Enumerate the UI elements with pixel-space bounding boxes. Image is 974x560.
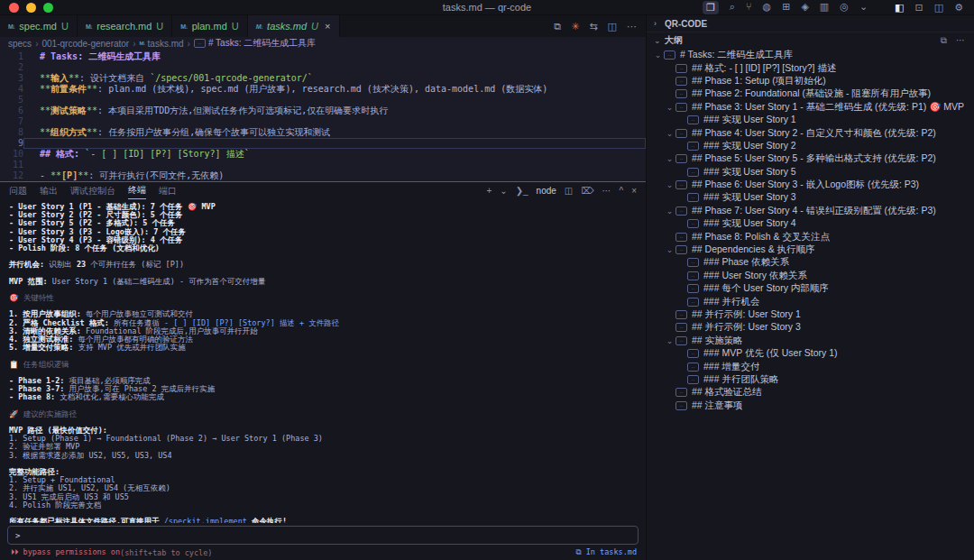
collapse-all-icon[interactable]: ⧉ [941,35,947,46]
gitlens-icon[interactable]: ◈ [801,1,808,14]
chevron-down-icon[interactable]: ⌄ [664,180,675,189]
outline-item[interactable]: ⌄··## Dependencies & 执行顺序 [647,243,974,256]
terminal-process[interactable]: ❯_ [516,186,528,196]
customize-layout-icon[interactable]: ⊡ [915,2,923,14]
chevron-down-icon[interactable]: ⌄ [664,103,675,112]
panel-tab-端口[interactable]: 端口 [159,182,177,199]
outline-header-actions: ⧉⋯ [941,35,974,46]
outline-item[interactable]: ··### 实现 User Story 2 [647,140,974,152]
terminal-process-label[interactable]: node [537,186,556,196]
kill-terminal-icon[interactable]: ⌦ [581,186,593,196]
terminal-output[interactable]: - User Story 1 (P1 - 基础生成): 7 个任务 🎯 MVP-… [0,199,646,523]
outline-item[interactable]: ··### Phase 依赖关系 [647,256,974,269]
explorer-icon[interactable]: ❐ [703,1,719,14]
panel-tab-调试控制台[interactable]: 调试控制台 [70,182,115,199]
outline-item[interactable]: ··## Phase 1: Setup (项目初始化) [647,75,974,87]
graph-icon[interactable]: ▥ [820,1,829,14]
outline-item[interactable]: ··### 实现 User Story 5 [647,166,974,179]
outline-item[interactable]: ··## 格式验证总结 [647,386,974,399]
chevron-down-icon[interactable]: ⌄ [664,154,675,163]
outline-item[interactable]: ··## 并行示例: User Story 3 [647,321,974,334]
extensions-icon[interactable]: ⊞ [782,1,790,14]
live-share-icon[interactable]: ◎ [840,1,849,14]
panel-tab-输出[interactable]: 输出 [40,182,58,199]
tab-research.md[interactable]: M↓research.mdU [78,15,172,37]
outline-item[interactable]: ··## 注意事项 [647,399,974,412]
terminal-more-icon[interactable]: ⋯ [602,186,611,196]
open-preview-icon[interactable]: ⧉ [554,21,561,32]
outline-title: 大纲 [665,34,683,47]
panel-tab-问题[interactable]: 问题 [9,182,27,199]
outline-item[interactable]: ··## 格式: - [ ] [ID] [P?] [Story?] 描述 [647,61,974,74]
chevron-down-icon[interactable]: ⌄ [664,207,675,216]
search-icon[interactable]: ⌕ [730,1,735,14]
outline-item[interactable]: ··## Phase 2: Foundational (基础设施 - 阻塞所有用… [647,87,974,100]
more-actions-icon[interactable]: ⋯ [627,21,637,32]
terminal-line: 1. Setup (Phase 1) → Foundational (Phase… [9,435,646,443]
panel-tab-终端[interactable]: 终端 [128,182,146,199]
tab-spec.md[interactable]: M↓spec.mdU [0,15,78,37]
outline-more-icon[interactable]: ⋯ [956,35,965,46]
symbol-string-icon: ·· [675,64,687,73]
project-section-header[interactable]: › QR-CODE [647,15,974,32]
open-changes-icon[interactable]: ⇆ [589,21,597,32]
layout-panel-icon[interactable]: ◧ [895,2,904,14]
symbol-string-icon: ·· [687,258,699,267]
tab-plan.md[interactable]: M↓plan.mdU [172,15,247,37]
close-panel-icon[interactable]: × [631,186,637,196]
outline-item[interactable]: ⌄··# Tasks: 二维码生成工具库 [647,49,974,61]
outline-item[interactable]: ··### 实现 User Story 4 [647,217,974,230]
breadcrumb-item[interactable]: M↓tasks.md [140,39,184,49]
outline-item[interactable]: ··### 每个 User Story 内部顺序 [647,282,974,295]
outline-item[interactable]: ··### 实现 User Story 1 [647,114,974,126]
symbol-string-icon: ·· [675,323,687,332]
breadcrumb-item[interactable]: specs [8,39,32,49]
breadcrumb-item[interactable]: 001-qrcode-generator [41,39,129,49]
outline-item[interactable]: ··### 增量交付 [647,360,974,372]
outline-item[interactable]: ··### 实现 User Story 3 [647,191,974,204]
terminal-prompt-input[interactable]: > [7,526,639,545]
outline-item[interactable]: ⌄··## Phase 7: User Story 4 - 错误纠正级别配置 (… [647,205,974,217]
outline-item[interactable]: ··### User Story 依赖关系 [647,270,974,282]
chevron-down-icon[interactable]: ⌄ [664,245,675,254]
outline-item[interactable]: ··### MVP 优先 (仅 User Story 1) [647,347,974,360]
outline-item[interactable]: ⌄··## 实施策略 [647,335,974,347]
split-terminal-icon[interactable]: ◫ [565,186,573,196]
minimize-window-button[interactable] [26,3,36,13]
terminal-line [9,402,646,410]
symbol-string-icon: ·· [687,375,699,384]
outline-item[interactable]: ··## 并行示例: User Story 1 [647,308,974,321]
editor-line: 3**输入**: 设计文档来自 `/specs/001-qrcode-gener… [0,73,646,84]
terminal-dropdown-icon[interactable]: ⌄ [500,186,507,196]
tab-tasks.md[interactable]: M↓tasks.mdU× [248,15,340,37]
outline-section-header[interactable]: ⌄ 大纲 ⧉⋯ [647,32,974,48]
chevron-down-icon[interactable]: ⌄ [664,129,675,138]
outline-item[interactable]: ··### 并行机会 [647,295,974,308]
outline-item[interactable]: ··### 并行团队策略 [647,373,974,386]
settings-gear-icon[interactable]: ⚙ [954,2,963,14]
terminal-line: 3. 根据需求逐步添加 US2, US5, US3, US4 [9,452,646,460]
extension-flare-icon[interactable]: ✳ [571,21,579,32]
close-tab-icon[interactable]: × [325,21,330,32]
new-terminal-icon[interactable]: + [486,186,492,196]
line-number: 5 [0,95,23,106]
source-control-icon[interactable]: ⑂ [746,1,752,14]
remote-explorer-icon[interactable]: ◍ [763,1,772,14]
outline-item[interactable]: ⌄··## Phase 4: User Story 2 - 自定义尺寸和颜色 (… [647,126,974,139]
line-number: 2 [0,62,23,73]
breadcrumb-item[interactable]: ··# Tasks: 二维码生成工具库 [194,37,316,50]
outline-item[interactable]: ⌄··## Phase 6: User Story 3 - 嵌入Logo图标 (… [647,179,974,191]
close-window-button[interactable] [9,3,19,13]
editor-pane[interactable]: 1# Tasks: 二维码生成工具库23**输入**: 设计文档来自 `/spe… [0,50,646,181]
maximize-panel-icon[interactable]: ^ [619,186,623,196]
split-editor-icon[interactable]: ◫ [608,21,617,32]
markdown-icon: M↓ [180,23,187,30]
maximize-window-button[interactable] [43,3,53,13]
more-views-icon[interactable]: ⌄ [859,1,868,14]
outline-item[interactable]: ··## Phase 8: Polish & 交叉关注点 [647,230,974,243]
chevron-down-icon[interactable]: ⌄ [652,50,664,60]
chevron-down-icon[interactable]: ⌄ [664,336,675,345]
split-layout-icon[interactable]: ◫ [934,2,943,14]
outline-item[interactable]: ⌄··## Phase 3: User Story 1 - 基础二维码生成 (优… [647,101,974,114]
outline-item[interactable]: ⌄··## Phase 5: User Story 5 - 多种输出格式支持 (… [647,152,974,165]
